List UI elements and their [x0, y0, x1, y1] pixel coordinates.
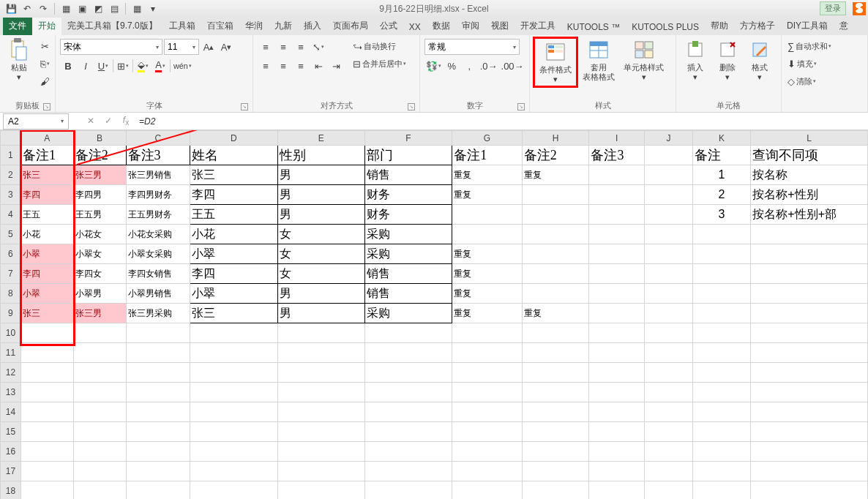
format-painter-icon[interactable]: 🖌	[37, 73, 53, 89]
cell[interactable]: 李四	[20, 185, 73, 205]
number-format-combo[interactable]: 常规▾	[424, 39, 520, 55]
cell[interactable]: 备注2	[522, 146, 589, 165]
cell[interactable]	[692, 383, 751, 402]
cell[interactable]	[364, 442, 452, 462]
cell[interactable]	[645, 363, 693, 383]
format-as-table-button[interactable]: 套用 表格格式	[578, 37, 619, 83]
cell[interactable]: 李四男财务	[126, 185, 190, 205]
cell[interactable]	[20, 481, 73, 500]
row-header[interactable]: 2	[1, 165, 21, 185]
decrease-font-icon[interactable]: A▾	[218, 39, 234, 55]
cell[interactable]	[522, 244, 589, 264]
cell[interactable]	[73, 462, 126, 481]
row-header[interactable]: 10	[1, 323, 21, 343]
column-header[interactable]: C	[126, 131, 190, 146]
merge-center-button[interactable]: ⊟ 合并后居中▾	[351, 56, 422, 72]
cell[interactable]: 张三	[190, 165, 277, 185]
cell[interactable]: 重复	[522, 304, 589, 323]
ribbon-tab[interactable]: 意	[834, 17, 854, 35]
select-all-corner[interactable]	[1, 131, 21, 146]
cell[interactable]	[589, 481, 645, 500]
copy-icon[interactable]: ⎘▾	[37, 56, 53, 72]
cancel-formula-icon[interactable]: ✕	[83, 116, 98, 126]
cell[interactable]	[452, 343, 523, 363]
cell[interactable]	[452, 205, 523, 225]
cell[interactable]	[589, 284, 645, 304]
cell[interactable]	[589, 323, 645, 343]
ribbon-tab[interactable]: KUTOOLS ™	[561, 19, 626, 35]
row-header[interactable]: 14	[1, 402, 21, 422]
ribbon-tab[interactable]: 工具箱	[163, 17, 201, 35]
cut-icon[interactable]: ✂	[37, 38, 53, 54]
cell[interactable]	[452, 462, 523, 481]
cell[interactable]	[692, 422, 751, 442]
dialog-launcher-icon[interactable]: ↘	[241, 103, 248, 110]
worksheet[interactable]: ABCDEFGHIJKL1备注1备注2备注3姓名性别部门备注1备注2备注3备注查…	[0, 130, 868, 499]
cell[interactable]	[692, 225, 751, 244]
increase-indent-icon[interactable]: ⇥	[328, 58, 344, 74]
cell[interactable]	[126, 442, 190, 462]
row-header[interactable]: 9	[1, 304, 21, 323]
cell[interactable]	[751, 442, 868, 462]
row-header[interactable]: 5	[1, 225, 21, 244]
ribbon-tab[interactable]: 公式	[374, 17, 403, 35]
cell[interactable]	[277, 383, 364, 402]
cell[interactable]	[692, 343, 751, 363]
cell[interactable]	[73, 363, 126, 383]
cell[interactable]: 小翠	[190, 244, 277, 264]
cell[interactable]: 备注1	[20, 146, 73, 165]
cell[interactable]: 备注	[692, 146, 751, 165]
cell[interactable]	[589, 343, 645, 363]
cell[interactable]: 女	[277, 225, 364, 244]
cell[interactable]	[589, 225, 645, 244]
cell[interactable]: 重复	[452, 244, 523, 264]
currency-icon[interactable]: 💱▾	[424, 58, 442, 74]
italic-icon[interactable]: I	[78, 58, 94, 74]
row-header[interactable]: 7	[1, 264, 21, 284]
cell[interactable]	[190, 383, 277, 402]
cell[interactable]: 重复	[452, 185, 523, 205]
cell[interactable]	[452, 323, 523, 343]
cell[interactable]	[589, 462, 645, 481]
enter-formula-icon[interactable]: ✓	[101, 116, 116, 126]
cell[interactable]	[522, 383, 589, 402]
cell[interactable]	[73, 481, 126, 500]
font-name-combo[interactable]: 宋体▾	[60, 39, 162, 55]
ribbon-tab[interactable]: 插入	[298, 17, 327, 35]
cell[interactable]	[364, 462, 452, 481]
cell[interactable]	[20, 323, 73, 343]
cell[interactable]: 财务	[364, 205, 452, 225]
cell-styles-button[interactable]: 单元格样式▾	[619, 37, 668, 83]
cell[interactable]	[190, 462, 277, 481]
font-size-combo[interactable]: 11▾	[164, 39, 199, 55]
percent-icon[interactable]: %	[444, 58, 460, 74]
cell[interactable]: 李四	[190, 264, 277, 284]
row-header[interactable]: 13	[1, 383, 21, 402]
cell[interactable]	[522, 462, 589, 481]
cell[interactable]: 姓名	[190, 146, 277, 165]
cell[interactable]: 张三男	[73, 304, 126, 323]
align-middle-icon[interactable]: ≡	[275, 39, 291, 55]
cell[interactable]	[645, 264, 693, 284]
qat-icon[interactable]: ▣	[75, 1, 89, 16]
cell[interactable]: 备注3	[126, 146, 190, 165]
fx-icon[interactable]: fx	[119, 115, 133, 127]
cell[interactable]: 李四	[20, 264, 73, 284]
cell[interactable]	[589, 264, 645, 284]
cell[interactable]	[364, 323, 452, 343]
cell[interactable]: 销售	[364, 264, 452, 284]
cell[interactable]	[364, 481, 452, 500]
formula-input[interactable]: =D2	[133, 116, 868, 127]
cell[interactable]	[692, 402, 751, 422]
cell[interactable]	[190, 402, 277, 422]
cell[interactable]	[589, 185, 645, 205]
undo-icon[interactable]: ↶	[20, 1, 34, 16]
cell[interactable]: 重复	[452, 304, 523, 323]
align-center-icon[interactable]: ≡	[275, 58, 291, 74]
row-header[interactable]: 17	[1, 462, 21, 481]
cell[interactable]	[190, 343, 277, 363]
cell[interactable]	[364, 363, 452, 383]
row-header[interactable]: 4	[1, 205, 21, 225]
column-header[interactable]: A	[20, 131, 73, 146]
cell[interactable]: 重复	[452, 264, 523, 284]
